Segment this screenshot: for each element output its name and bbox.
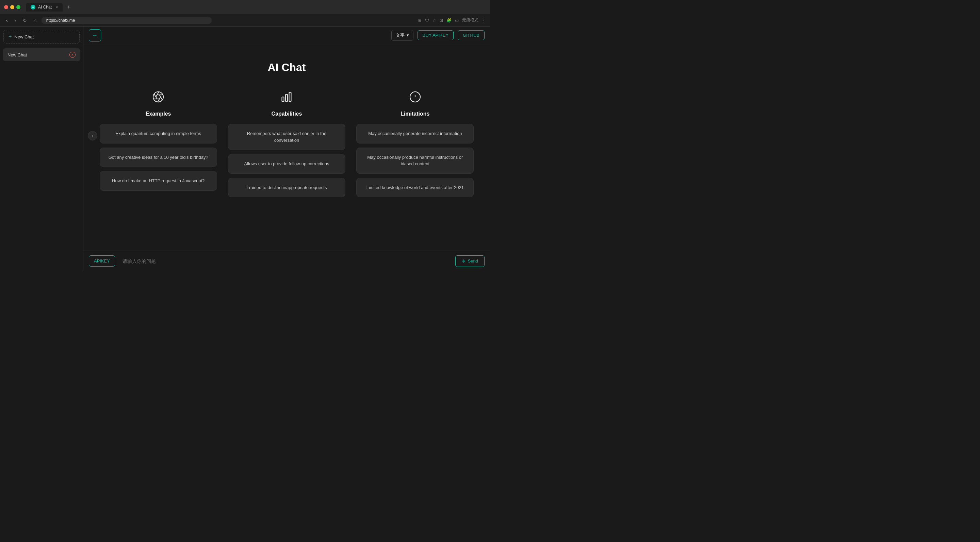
chat-input[interactable]: [118, 256, 452, 266]
address-bar[interactable]: https://chatx.me: [41, 17, 212, 24]
examples-title: Examples: [146, 111, 171, 117]
buy-apikey-button[interactable]: BUY APIKEY: [417, 30, 453, 40]
limitation-card-3: Limited knowledge of world and events af…: [356, 178, 474, 198]
chevron-left-icon: ‹: [92, 133, 93, 138]
send-icon: ✈: [462, 258, 466, 264]
nav-back-button[interactable]: ‹: [4, 17, 10, 24]
svg-rect-7: [282, 97, 284, 101]
svg-rect-8: [285, 95, 288, 101]
new-chat-button[interactable]: + New Chat: [3, 30, 80, 44]
aperture-icon: [152, 91, 164, 105]
columns-wrapper: Examples Explain quantum computing in si…: [100, 91, 474, 197]
examples-column: Examples Explain quantum computing in si…: [100, 91, 217, 197]
chat-item-label: New Chat: [8, 52, 27, 57]
header-bar: ← 文字 ▾ BUY APIKEY GITHUB: [83, 27, 490, 44]
bar-chart-icon: [280, 91, 293, 105]
capabilities-title: Capabilities: [272, 111, 302, 117]
apikey-button[interactable]: APIKEY: [89, 255, 115, 266]
minimize-traffic-light[interactable]: [10, 5, 14, 9]
sidebar-collapse-button[interactable]: ‹: [88, 131, 97, 140]
capability-card-1: Remembers what user said earlier in the …: [228, 124, 345, 150]
example-card-2[interactable]: Got any creative ideas for a 10 year old…: [100, 147, 217, 167]
alert-circle-icon: [409, 91, 421, 105]
chevron-down-icon: ▾: [407, 33, 409, 38]
language-label: 文字: [396, 32, 404, 38]
new-chat-label: New Chat: [14, 34, 34, 40]
plus-icon: +: [8, 34, 11, 40]
browser-chrome: A AI Chat × +: [0, 0, 490, 14]
tab-title: AI Chat: [38, 5, 52, 10]
sidebar: + New Chat New Chat ×: [0, 27, 83, 271]
nav-home-button[interactable]: ⌂: [32, 17, 38, 24]
arrow-left-icon: ←: [92, 32, 98, 38]
tab-favicon: A: [30, 5, 35, 10]
bottom-bar: APIKEY ✈ Send: [83, 250, 490, 271]
fullscreen-traffic-light[interactable]: [16, 5, 21, 9]
github-button[interactable]: GITHUB: [458, 30, 485, 40]
back-button[interactable]: ←: [89, 29, 101, 41]
active-tab[interactable]: A AI Chat ×: [26, 3, 63, 11]
svg-line-6: [158, 97, 161, 102]
shield-icon[interactable]: 🛡: [425, 18, 429, 23]
app-container: + New Chat New Chat × ‹ ← 文字 ▾ BUY APIKE…: [0, 27, 490, 271]
capability-card-3: Trained to decline inappropriate request…: [228, 178, 345, 198]
star-icon[interactable]: ☆: [433, 18, 436, 23]
svg-rect-9: [289, 92, 291, 101]
translate-icon[interactable]: ⊞: [418, 18, 422, 23]
send-label: Send: [468, 258, 478, 263]
limitations-title: Limitations: [401, 111, 430, 117]
tab-close-button[interactable]: ×: [56, 5, 58, 9]
close-traffic-light[interactable]: [4, 5, 8, 9]
nav-refresh-button[interactable]: ↻: [21, 17, 29, 24]
example-card-3[interactable]: How do I make an HTTP request in Javascr…: [100, 171, 217, 191]
puzzle-icon[interactable]: 🧩: [447, 18, 452, 23]
tab-bar: A AI Chat × +: [26, 3, 486, 11]
language-selector[interactable]: 文字 ▾: [391, 30, 414, 41]
limitation-card-1: May occasionally generate incorrect info…: [356, 124, 474, 144]
svg-line-1: [159, 95, 163, 100]
capabilities-column: Capabilities Remembers what user said ea…: [228, 91, 345, 197]
example-card-1[interactable]: Explain quantum computing in simple term…: [100, 124, 217, 144]
svg-line-4: [154, 94, 157, 99]
chat-item-delete-button[interactable]: ×: [69, 52, 76, 58]
sidebar-toggle-icon[interactable]: ▭: [455, 18, 459, 23]
browser-nav: ‹ › ↻ ⌂ https://chatx.me ⊞ 🛡 ☆ ⊡ 🧩 ▭ 无痕模…: [0, 14, 490, 27]
svg-line-3: [156, 92, 159, 97]
main-content: AI Chat Examples Explain quantum: [83, 44, 490, 250]
page-title: AI Chat: [268, 61, 306, 74]
limitation-card-2: May occasionally produce harmful instruc…: [356, 147, 474, 174]
traffic-lights: [4, 5, 21, 9]
capability-card-2: Allows user to provide follow-up correct…: [228, 154, 345, 174]
limitations-column: Limitations May occasionally generate in…: [356, 91, 474, 197]
sidebar-item-new-chat[interactable]: New Chat ×: [3, 48, 80, 61]
send-button[interactable]: ✈ Send: [455, 255, 485, 267]
new-tab-button[interactable]: +: [64, 3, 73, 11]
screenshot-icon[interactable]: ⊡: [440, 18, 443, 23]
menu-icon[interactable]: ⋮: [482, 18, 486, 23]
incognito-label: 无痕模式: [462, 17, 479, 23]
nav-right-controls: ⊞ 🛡 ☆ ⊡ 🧩 ▭ 无痕模式 ⋮: [418, 17, 486, 23]
nav-forward-button[interactable]: ›: [13, 17, 18, 24]
